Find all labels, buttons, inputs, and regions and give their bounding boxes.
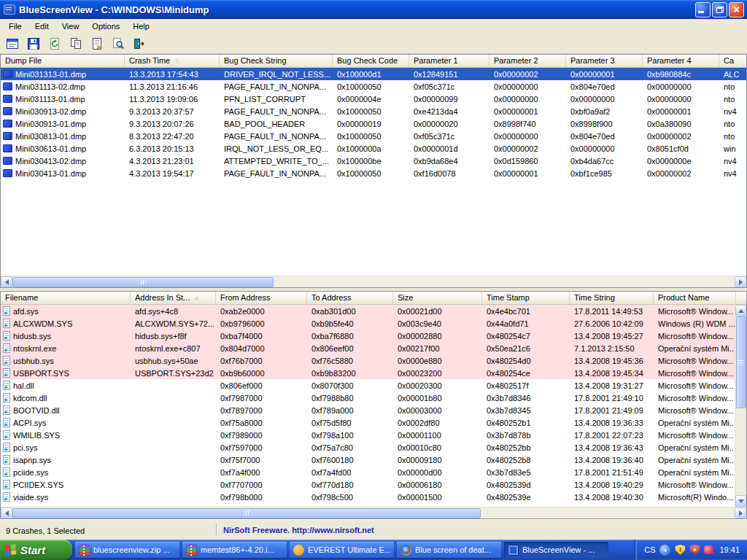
cell-time-stamp: 0x50ea21c6 — [482, 344, 570, 353]
scrollbar-track[interactable] — [481, 508, 735, 518]
driver-table-row[interactable]: WMILIB.SYS 0xf7989000 0xf798a100 0x00001… — [1, 429, 735, 441]
arrow-right-icon — [739, 279, 743, 285]
task-button[interactable]: memtest86+-4.20.i... — [182, 542, 287, 558]
column-header-address-in-stack[interactable]: Address In St...▵ — [131, 292, 216, 304]
exit-icon — [133, 38, 145, 50]
column-header-time-stamp[interactable]: Time Stamp — [482, 292, 570, 304]
crash-table-row[interactable]: Mini030413-02.dmp 4.3.2013 21:23:01 ATTE… — [1, 155, 746, 167]
scrollbar-track[interactable] — [274, 276, 735, 287]
scroll-left-button[interactable] — [1, 508, 12, 518]
save-button[interactable] — [25, 36, 42, 52]
driver-table-row[interactable]: usbhub.sys usbhub.sys+50ae 0xf76b7000 0x… — [1, 354, 735, 367]
crash-table-row[interactable]: Mini030913-01.dmp 9.3.2013 20:07:26 BAD_… — [1, 117, 746, 130]
column-header-parameter-4[interactable]: Parameter 4 — [643, 55, 719, 67]
task-button[interactable]: BlueScreenView - ... — [504, 542, 608, 558]
driver-table-row[interactable]: ntoskrnl.exe ntoskrnl.exe+c807 0x804d700… — [1, 342, 735, 354]
driver-table-row[interactable]: pciide.sys 0xf7a4f000 0xf7a4fd00 0x00000… — [1, 466, 735, 478]
driver-table-row[interactable]: hal.dll 0x806ef000 0x8070f300 0x00020300… — [1, 379, 735, 392]
refresh-icon — [49, 38, 61, 50]
column-header-parameter-2[interactable]: Parameter 2 — [489, 55, 566, 67]
find-button[interactable] — [109, 36, 127, 52]
crash-table-row[interactable]: Mini030813-01.dmp 8.3.2013 22:47:20 PAGE… — [1, 130, 746, 142]
crash-properties-button[interactable] — [4, 36, 21, 52]
scroll-left-button[interactable] — [1, 276, 12, 287]
crash-table-row[interactable]: Mini031313-01.dmp 13.3.2013 17:54:43 DRI… — [1, 68, 746, 80]
refresh-button[interactable] — [46, 36, 63, 52]
driver-table-row[interactable]: ACPI.sys 0xf75a8000 0xf75d5f80 0x0002df8… — [1, 416, 735, 429]
driver-table-row[interactable]: PCIIDEX.SYS 0xf7707000 0xf770d180 0x0000… — [1, 478, 735, 491]
start-button[interactable]: Start — [0, 540, 72, 560]
menu-item[interactable]: View — [55, 20, 86, 33]
task-button[interactable]: bluescreenview.zip ... — [75, 542, 179, 558]
cell-filename: usbhub.sys — [1, 356, 131, 365]
scrollbar-track[interactable] — [735, 408, 746, 495]
column-header-parameter-3[interactable]: Parameter 3 — [566, 55, 643, 67]
column-header-time-string[interactable]: Time String — [570, 292, 654, 304]
hide-icons-arrow-icon[interactable]: ‹ — [659, 545, 670, 556]
driver-file-icon — [3, 331, 10, 341]
cell-from-address: 0xb9796000 — [216, 319, 307, 328]
crash-table-row[interactable]: Mini030613-01.dmp 6.3.2013 20:15:13 IRQL… — [1, 142, 746, 155]
scroll-right-button[interactable] — [735, 508, 746, 518]
column-header-dump-file[interactable]: Dump File — [1, 55, 125, 67]
cell-parameter-4: 0x00000002 — [643, 132, 719, 141]
task-button[interactable]: EVEREST Ultimate E... — [290, 542, 394, 558]
ati-tray-icon[interactable] — [704, 545, 713, 554]
scroll-down-button[interactable] — [735, 495, 746, 507]
scrollbar-thumb[interactable] — [736, 316, 746, 408]
scroll-right-button[interactable] — [735, 276, 746, 287]
language-indicator[interactable]: CS — [644, 545, 655, 554]
lower-horizontal-scrollbar[interactable] — [1, 507, 746, 518]
exit-button[interactable] — [131, 36, 148, 52]
task-button[interactable]: Blue screen of deat... — [397, 542, 501, 558]
driver-table-row[interactable]: afd.sys afd.sys+4c8 0xab2e0000 0xab301d0… — [1, 305, 735, 317]
column-header-size[interactable]: Size — [393, 292, 482, 304]
menu-item[interactable]: Help — [126, 20, 156, 33]
crash-table-row[interactable]: Mini030913-02.dmp 9.3.2013 20:37:57 PAGE… — [1, 105, 746, 117]
bluescreenview-window: BlueScreenView - C:\WINDOWS\Minidump × F… — [0, 0, 747, 560]
column-header-parameter-1[interactable]: Parameter 1 — [409, 55, 489, 67]
antivirus-shield-icon[interactable]: × — [689, 545, 700, 555]
minidump-icon — [3, 169, 12, 177]
close-button[interactable]: × — [729, 2, 744, 18]
cell-parameter-1: 0x00000020 — [409, 120, 489, 128]
driver-table-row[interactable]: viaide.sys 0xf798b000 0xf798c500 0x00001… — [1, 491, 735, 503]
crash-table-row[interactable]: Mini030413-01.dmp 4.3.2013 19:54:17 PAGE… — [1, 167, 746, 179]
column-header-crash-time[interactable]: Crash Time▿ — [125, 55, 220, 67]
restore-button[interactable] — [712, 2, 727, 18]
cell-to-address: 0xf770d180 — [307, 481, 393, 489]
cell-parameter-3: 0x804e70ed — [566, 132, 643, 141]
driver-table-row[interactable]: isapnp.sys 0xf75f7000 0xf7600180 0x00009… — [1, 454, 735, 466]
scrollbar-thumb[interactable] — [12, 277, 274, 287]
column-header-caused-by[interactable]: Ca — [719, 55, 746, 67]
column-header-bug-check-string[interactable]: Bug Check String — [220, 55, 333, 67]
column-header-bug-check-code[interactable]: Bug Check Code — [333, 55, 409, 67]
crash-table-row[interactable]: Mini031113-02.dmp 11.3.2013 21:16:46 PAG… — [1, 80, 746, 93]
security-shield-icon[interactable]: ! — [675, 545, 685, 555]
scroll-up-button[interactable] — [735, 305, 746, 316]
driver-table-row[interactable]: kdcom.dll 0xf7987000 0xf7988b80 0x00001b… — [1, 392, 735, 404]
column-header-from-address[interactable]: From Address — [216, 292, 307, 304]
column-header-filename[interactable]: Filename — [1, 292, 131, 304]
driver-table-row[interactable]: BOOTVID.dll 0xf7897000 0xf789a000 0x0000… — [1, 404, 735, 416]
cell-dump-file: Mini030413-02.dmp — [1, 157, 125, 166]
crash-table-row[interactable]: Mini031113-01.dmp 11.3.2013 19:09:06 PFN… — [1, 93, 746, 105]
scrollbar-thumb[interactable] — [12, 508, 481, 518]
driver-table-row[interactable]: ALCXWDM.SYS ALCXWDM.SYS+72... 0xb9796000… — [1, 317, 735, 330]
driver-table-row[interactable]: pci.sys 0xf7597000 0xf75a7c80 0x00010c80… — [1, 441, 735, 454]
driver-table-row[interactable]: hidusb.sys hidusb.sys+f8f 0xba7f4000 0xb… — [1, 330, 735, 342]
lower-vertical-scrollbar[interactable] — [735, 305, 746, 507]
cell-dump-file: Mini030413-01.dmp — [1, 169, 125, 178]
copy-button[interactable] — [67, 36, 85, 52]
taskbar-clock[interactable]: 19:41 — [718, 545, 740, 554]
column-header-product-name[interactable]: Product Name — [654, 292, 736, 304]
menu-item[interactable]: File — [2, 20, 28, 33]
minimize-button[interactable] — [695, 2, 711, 18]
menu-item[interactable]: Options — [85, 20, 126, 33]
properties-button[interactable] — [88, 36, 106, 52]
upper-horizontal-scrollbar[interactable] — [1, 276, 746, 287]
column-header-to-address[interactable]: To Address — [307, 292, 393, 304]
driver-table-row[interactable]: USBPORT.SYS USBPORT.SYS+23d2 0xb9b60000 … — [1, 367, 735, 379]
menu-item[interactable]: Edit — [28, 20, 55, 33]
nirsoft-freeware-link[interactable]: NirSoft Freeware. http://www.nirsoft.net — [223, 526, 374, 534]
